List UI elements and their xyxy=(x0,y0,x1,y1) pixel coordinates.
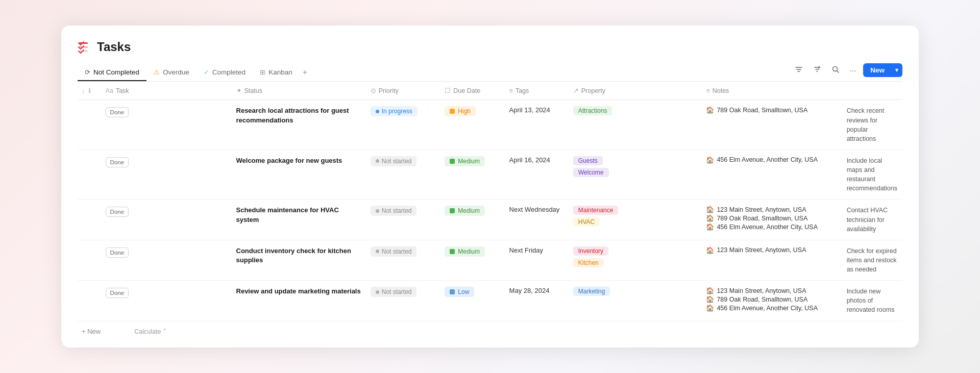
status-dot xyxy=(376,110,379,113)
tab-completed[interactable]: ✓ Completed xyxy=(197,64,253,81)
property-address: 789 Oak Road, Smalltown, USA xyxy=(717,296,807,303)
td-done: Done xyxy=(102,150,232,200)
tag-badge: Guests xyxy=(573,156,603,165)
property-address: 456 Elm Avenue, Another City, USA xyxy=(717,223,818,231)
td-duedate: April 13, 2024 xyxy=(505,100,569,150)
done-button[interactable]: Done xyxy=(106,247,129,258)
property-address: 123 Main Street, Anytown, USA xyxy=(717,246,806,254)
td-status: Not started xyxy=(366,200,441,240)
tag-badge: Kitchen xyxy=(573,258,604,267)
svg-line-8 xyxy=(837,71,839,73)
property-icon: 🏠 xyxy=(706,287,714,294)
td-check xyxy=(78,150,102,200)
td-priority: Low xyxy=(440,281,505,321)
priority-dot xyxy=(450,208,455,213)
td-notes: Include local maps and restaurant recomm… xyxy=(843,150,902,200)
td-notes: Include new photos of renovated rooms xyxy=(843,281,902,321)
done-button[interactable]: Done xyxy=(106,157,129,167)
new-button[interactable]: New ▾ xyxy=(863,63,902,77)
table-row: Done Conduct inventory check for kitchen… xyxy=(78,240,902,280)
td-tags: InventoryKitchen xyxy=(569,240,702,280)
status-badge[interactable]: In progress xyxy=(371,106,418,116)
sort-button[interactable] xyxy=(810,63,824,77)
tab-kanban[interactable]: ⊞ Kanban xyxy=(253,64,300,81)
td-done: Done xyxy=(102,100,232,150)
td-done: Done xyxy=(102,281,232,321)
td-status: In progress xyxy=(366,100,441,150)
tag-badge: Attractions xyxy=(573,106,612,115)
tab-overdue[interactable]: ⚠ Overdue xyxy=(146,64,197,81)
property-icon: 🏠 xyxy=(706,106,714,114)
add-tab-button[interactable]: + xyxy=(300,64,310,81)
notes-text: Check recent reviews for popular attract… xyxy=(847,107,885,142)
priority-badge[interactable]: Medium xyxy=(445,246,485,257)
priority-badge[interactable]: Low xyxy=(445,287,474,297)
kanban-icon: ⊞ xyxy=(260,68,265,76)
tag-badge: Maintenance xyxy=(573,206,619,215)
status-dot xyxy=(376,159,379,163)
td-notes: Check recent reviews for popular attract… xyxy=(843,100,902,150)
td-done: Done xyxy=(102,240,232,280)
tag-badge: Welcome xyxy=(573,168,609,177)
property-address: 456 Elm Avenue, Another City, USA xyxy=(717,305,818,312)
td-duedate: May 28, 2024 xyxy=(505,281,569,321)
td-property: 🏠 123 Main Street, Anytown, USA xyxy=(702,240,842,280)
priority-badge[interactable]: Medium xyxy=(445,206,485,216)
td-property: 🏠 789 Oak Road, Smalltown, USA xyxy=(702,100,842,150)
status-badge[interactable]: Not started xyxy=(371,206,417,216)
page-header: Tasks xyxy=(78,40,902,54)
td-priority: Medium xyxy=(440,200,505,240)
calculate-button[interactable]: Calculate ˅ xyxy=(134,328,166,335)
tag-badge: HVAC xyxy=(573,217,600,227)
search-button[interactable] xyxy=(828,63,843,77)
th-status: ✦ Status xyxy=(232,82,366,100)
done-button[interactable]: Done xyxy=(106,288,129,298)
priority-badge[interactable]: Medium xyxy=(445,156,485,166)
td-tags: Marketing xyxy=(569,281,702,321)
status-badge[interactable]: Not started xyxy=(371,287,417,297)
status-dot xyxy=(376,250,379,253)
property-item: 🏠 789 Oak Road, Smalltown, USA xyxy=(706,106,837,114)
td-priority: Medium xyxy=(440,150,505,200)
table-row: Done Schedule maintenance for HVAC syste… xyxy=(78,200,902,240)
table-row: Done Review and update marketing materia… xyxy=(78,281,902,321)
td-notes: Contact HVAC technician for availability xyxy=(843,200,902,240)
notes-text: Include new photos of renovated rooms xyxy=(847,288,895,313)
property-item: 🏠 123 Main Street, Anytown, USA xyxy=(706,246,837,254)
property-address: 123 Main Street, Anytown, USA xyxy=(717,206,806,213)
property-icon: 🏠 xyxy=(706,246,714,254)
priority-badge[interactable]: High xyxy=(445,106,476,116)
completed-icon: ✓ xyxy=(204,68,209,76)
status-badge[interactable]: Not started xyxy=(371,156,417,166)
done-button[interactable]: Done xyxy=(106,207,129,217)
page-title: Tasks xyxy=(97,40,131,54)
td-tags: GuestsWelcome xyxy=(569,150,702,200)
td-priority: High xyxy=(440,100,505,150)
td-status: Not started xyxy=(366,281,441,321)
property-icon: 🏠 xyxy=(706,223,714,231)
tags-column: Marketing xyxy=(573,287,697,297)
property-address: 789 Oak Road, Smalltown, USA xyxy=(717,107,807,114)
td-check xyxy=(78,281,102,321)
th-property: ↗ Property xyxy=(569,82,702,100)
td-tags: Attractions xyxy=(569,100,702,150)
property-address: 123 Main Street, Anytown, USA xyxy=(717,287,806,294)
new-button-arrow[interactable]: ▾ xyxy=(891,67,902,73)
done-button[interactable]: Done xyxy=(106,107,129,117)
more-button[interactable]: ··· xyxy=(847,64,860,77)
main-card: Tasks ⟳ Not Completed ⚠ Overdue ✓ Comple… xyxy=(61,26,919,347)
footer-new-button[interactable]: + New xyxy=(82,328,101,335)
filter-button[interactable] xyxy=(792,63,806,77)
td-tags: MaintenanceHVAC xyxy=(569,200,702,240)
th-tags: ≡ Tags xyxy=(505,82,569,100)
td-duedate: April 16, 2024 xyxy=(505,150,569,200)
tab-actions: ··· New ▾ xyxy=(792,63,902,81)
td-duedate: Next Wednesday xyxy=(505,200,569,240)
tasks-table: ↓ ℹ Aa Task ✦ Status ⊙ Priority ☐ Due Da… xyxy=(78,82,902,321)
task-name: Review and update marketing materials xyxy=(236,287,361,295)
property-item: 🏠 123 Main Street, Anytown, USA xyxy=(706,206,837,213)
th-notes: ≡ Notes xyxy=(702,82,842,100)
tab-not-completed[interactable]: ⟳ Not Completed xyxy=(78,64,146,81)
td-property: 🏠 123 Main Street, Anytown, USA 🏠 789 Oa… xyxy=(702,281,842,321)
status-badge[interactable]: Not started xyxy=(371,246,417,257)
